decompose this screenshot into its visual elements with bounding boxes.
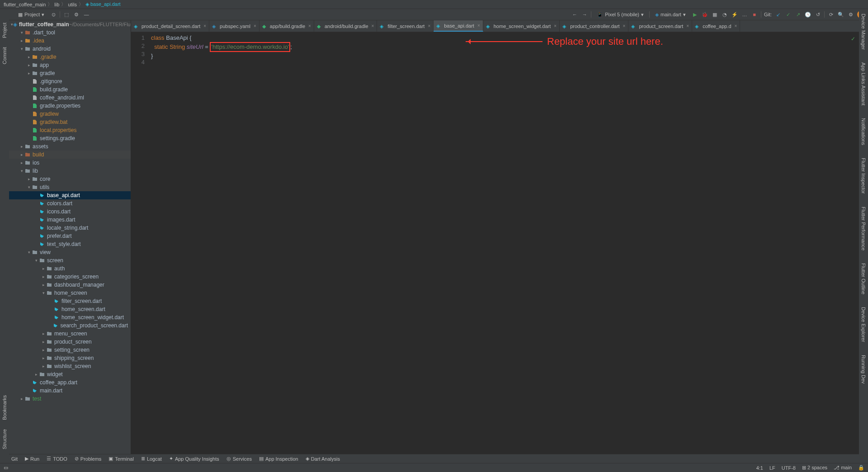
code-editor[interactable]: 1234 class BaseApi { static String siteU… [131,32,859,454]
coverage-icon[interactable]: ▦ [711,11,718,18]
tree-item-product_screen[interactable]: ▸product_screen [9,338,131,346]
vcs-rollback-icon[interactable]: ↺ [814,11,821,18]
vcs-commit-icon[interactable]: ✓ [784,11,792,18]
stop-icon[interactable]: ■ [751,11,758,18]
tree-item-local-properties[interactable]: local.properties [9,126,131,134]
tree-item-colors-dart[interactable]: colors.dart [9,199,131,208]
tool-logcat[interactable]: ≣ Logcat [141,456,162,462]
code-area[interactable]: class BaseApi { static String siteUrl = … [149,32,859,454]
editor-tab-android-build-gradle[interactable]: ◆android/build.gradle× [314,20,377,32]
tree-item-coffee_android-iml[interactable]: coffee_android.iml [9,94,131,102]
tree-item-main-dart[interactable]: main.dart [9,387,131,395]
collapse-icon[interactable]: — [83,11,90,18]
tree-item-build-gradle[interactable]: build.gradle [9,85,131,94]
tree-item--dart_tool[interactable]: ▾.dart_tool [9,28,131,37]
tool-app-inspection[interactable]: ▤ App Inspection [259,456,298,462]
right-tab-flutter-inspector[interactable]: Flutter Inspector [861,158,866,194]
tree-item--gradle[interactable]: ▸.gradle [9,53,131,61]
tool-dart-analysis[interactable]: ◈ Dart Analysis [306,456,340,462]
tree-item-dashboard_manager[interactable]: ▸dashboard_manager [9,281,131,289]
close-tab-icon[interactable]: × [203,24,206,28]
tree-item-android[interactable]: ▾android [9,45,131,53]
bc-2[interactable]: utils [68,2,77,7]
tool-services[interactable]: ◎ Services [226,456,252,462]
editor-tab-filter_screen-dart[interactable]: ◈filter_screen.dart× [377,20,434,32]
vcs-update-icon[interactable]: ↙ [774,11,782,18]
status-message[interactable]: ▭ [4,465,8,471]
tree-item-build[interactable]: ▸build [9,151,131,159]
tree-item-menu_screen[interactable]: ▸menu_screen [9,330,131,338]
tree-item-widget[interactable]: ▸widget [9,370,131,378]
editor-tab-product_screen-dart[interactable]: ◈product_screen.dart× [628,20,692,32]
tree-item-gradle[interactable]: ▸gradle [9,69,131,77]
tree-item-home_screen[interactable]: ▾home_screen [9,289,131,297]
tree-item-coffee_app-dart[interactable]: coffee_app.dart [9,378,131,387]
tree-item-base_api-dart[interactable]: base_api.dart [9,191,131,199]
editor-tab-pubspec-yaml[interactable]: ◈pubspec.yaml× [209,20,259,32]
tree-item-wishlist_screen[interactable]: ▸wishlist_screen [9,362,131,370]
device-selector[interactable]: 📱 Pixel 5 (mobile) ▾ [594,11,646,18]
tree-item-auth[interactable]: ▸auth [9,264,131,273]
nav-fwd-icon[interactable]: → [581,11,588,18]
encoding[interactable]: UTF-8 [782,465,796,471]
editor-tab-product_controller-dart[interactable]: ◈product_controller.dart× [560,20,628,32]
right-tab-app-links[interactable]: App Links Assistant [861,62,866,105]
close-tab-icon[interactable]: × [254,24,256,28]
tree-item-images-dart[interactable]: images.dart [9,216,131,224]
project-tree[interactable]: ▾◈flutter_coffee_main ~/Documents/FLUTTE… [9,20,131,454]
right-tab-flutter-outline[interactable]: Flutter Outline [861,263,866,294]
analysis-ok-icon[interactable]: ✓ [851,35,855,43]
left-tab-project[interactable]: Project [2,23,7,38]
tree-item-categories_screen[interactable]: ▸categories_screen [9,273,131,281]
profile-icon[interactable]: ◔ [721,11,728,18]
right-tab-device-explorer[interactable]: Device Explorer [861,307,866,342]
right-tab-device-manager[interactable]: Device Manager [861,14,866,50]
tree-item-search_product_screen-dart[interactable]: search_product_screen.dart [9,321,131,330]
hot-reload-icon[interactable]: ⚡ [731,11,738,18]
bc-1[interactable]: lib [54,2,59,7]
close-tab-icon[interactable]: × [686,24,689,28]
tree-item-settings-gradle[interactable]: settings.gradle [9,134,131,142]
expand-all-icon[interactable]: ⬚ [63,11,70,18]
project-dropdown[interactable]: ▦ Project ▾ [15,11,47,18]
tree-item-screen[interactable]: ▾screen [9,256,131,264]
run-icon[interactable]: ▶ [691,11,698,18]
tree-item-utils[interactable]: ▾utils [9,183,131,191]
editor-tab-base_api-dart[interactable]: ◈base_api.dart× [434,20,483,32]
tree-item--idea[interactable]: ▸.idea [9,37,131,45]
close-tab-icon[interactable]: × [372,24,374,28]
close-tab-icon[interactable]: × [554,24,557,28]
close-tab-icon[interactable]: × [735,24,737,28]
tree-item-setting_screen[interactable]: ▸setting_screen [9,346,131,354]
tree-item--gitignore[interactable]: .gitignore [9,77,131,85]
tree-item-lib[interactable]: ▾lib [9,167,131,175]
nav-back-icon[interactable]: ← [571,11,578,18]
tree-item-locale_string-dart[interactable]: locale_string.dart [9,224,131,232]
select-opened-icon[interactable]: ⊙ [50,11,57,18]
editor-tab-coffee_app-d[interactable]: ◈coffee_app.d× [692,20,740,32]
tree-item-icons-dart[interactable]: icons.dart [9,208,131,216]
tree-root[interactable]: ▾◈flutter_coffee_main ~/Documents/FLUTTE… [9,20,131,28]
lock-icon[interactable]: 🔒 [858,465,864,471]
search-icon[interactable]: 🔍 [837,11,844,18]
attach-icon[interactable]: … [741,11,748,18]
tool-app-quality[interactable]: ✦ App Quality Insights [169,456,219,462]
tree-item-gradle-properties[interactable]: gradle.properties [9,102,131,110]
tree-item-core[interactable]: ▸core [9,175,131,183]
tool-todo[interactable]: ☰ TODO [47,456,67,462]
editor-tab-home_screen_widget-dart[interactable]: ◈home_screen_widget.dart× [483,20,560,32]
tree-item-home_screen_widget-dart[interactable]: home_screen_widget.dart [9,313,131,321]
tool-problems[interactable]: ⊘ Problems [75,456,101,462]
bc-0[interactable]: flutter_coffee_main [4,2,46,7]
git-branch[interactable]: ⎇ main [834,465,852,471]
tree-item-gradlew-bat[interactable]: gradlew.bat [9,118,131,126]
tree-item-text_style-dart[interactable]: text_style.dart [9,240,131,248]
right-tab-notifications[interactable]: Notifications [861,118,866,145]
tree-item-view[interactable]: ▾view [9,248,131,256]
editor-tab-product_detail_screen-dart[interactable]: ◈product_detail_screen.dart× [131,20,209,32]
tree-item-prefer-dart[interactable]: prefer.dart [9,232,131,240]
vcs-push-icon[interactable]: ↗ [794,11,802,18]
tree-item-shipping_screen[interactable]: ▸shipping_screen [9,354,131,362]
tree-item-gradlew[interactable]: gradlew [9,110,131,118]
editor-tab-app-build-gradle[interactable]: ◆app/build.gradle× [259,20,314,32]
